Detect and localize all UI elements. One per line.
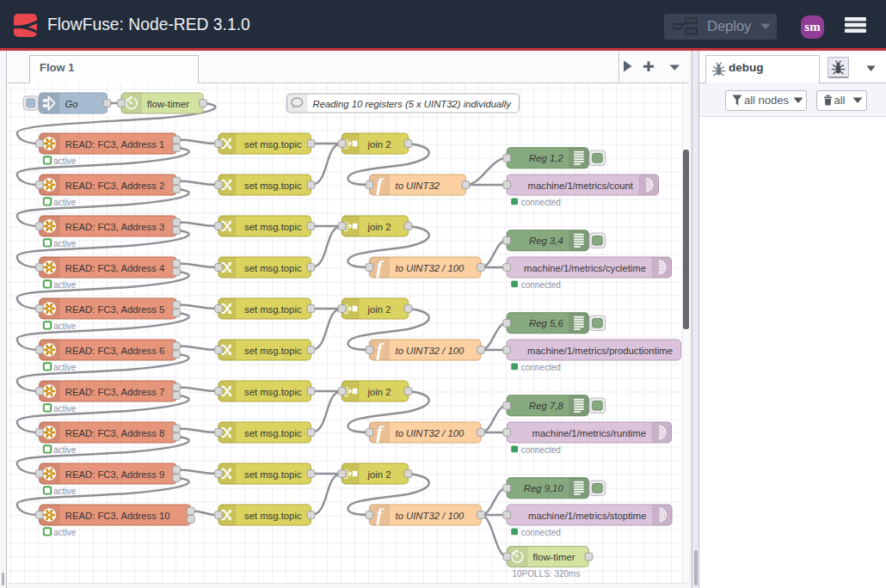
svg-text:join 2: join 2 xyxy=(367,469,391,480)
svg-text:to UINT32 / 100: to UINT32 / 100 xyxy=(396,346,465,356)
svg-text:set msg.topic: set msg.topic xyxy=(244,263,302,273)
svg-text:READ: FC3, Address 3: READ: FC3, Address 3 xyxy=(65,222,165,232)
svg-text:connected: connected xyxy=(521,198,561,207)
svg-text:Go: Go xyxy=(65,99,78,109)
svg-text:connected: connected xyxy=(521,528,561,537)
svg-text:set msg.topic: set msg.topic xyxy=(244,346,302,356)
svg-text:join 2: join 2 xyxy=(367,304,391,315)
svg-text:active: active xyxy=(53,322,77,331)
svg-text:to UINT32 / 100: to UINT32 / 100 xyxy=(396,263,465,273)
svg-text:active: active xyxy=(53,528,77,537)
svg-text:Reading 10 registers (5 x UINT: Reading 10 registers (5 x UINT32) indivi… xyxy=(313,99,513,109)
svg-text:READ: FC3, Address 6: READ: FC3, Address 6 xyxy=(65,346,165,356)
svg-text:set msg.topic: set msg.topic xyxy=(244,428,302,438)
svg-text:to UINT32 / 100: to UINT32 / 100 xyxy=(396,428,465,438)
svg-text:READ: FC3, Address 1: READ: FC3, Address 1 xyxy=(65,139,165,150)
svg-text:active: active xyxy=(53,198,77,207)
svg-text:10POLLS: 320ms: 10POLLS: 320ms xyxy=(513,569,581,579)
svg-text:READ: FC3, Address 4: READ: FC3, Address 4 xyxy=(65,263,165,273)
svg-text:set msg.topic: set msg.topic xyxy=(244,181,302,191)
svg-text:machine/1/metrics/stoptime: machine/1/metrics/stoptime xyxy=(528,511,647,521)
svg-text:Reg 7,8: Reg 7,8 xyxy=(529,401,563,411)
svg-text:machine/1/metrics/productionti: machine/1/metrics/productiontime xyxy=(527,346,673,356)
svg-text:flow-timer: flow-timer xyxy=(147,99,189,109)
svg-text:machine/1/metrics/count: machine/1/metrics/count xyxy=(528,181,634,191)
svg-text:active: active xyxy=(53,239,77,248)
svg-text:join 2: join 2 xyxy=(367,139,391,150)
svg-text:active: active xyxy=(53,404,77,413)
svg-text:set msg.topic: set msg.topic xyxy=(244,139,302,150)
svg-text:join 2: join 2 xyxy=(367,387,391,397)
svg-text:join 2: join 2 xyxy=(367,222,391,232)
svg-text:Reg 5,6: Reg 5,6 xyxy=(529,318,563,328)
svg-text:READ: FC3, Address 5: READ: FC3, Address 5 xyxy=(65,304,165,315)
svg-text:READ: FC3, Address 7: READ: FC3, Address 7 xyxy=(65,387,165,397)
svg-text:Reg 1,2: Reg 1,2 xyxy=(529,153,563,163)
svg-text:set msg.topic: set msg.topic xyxy=(244,304,302,315)
svg-text:set msg.topic: set msg.topic xyxy=(244,511,302,521)
svg-text:to UINT32: to UINT32 xyxy=(396,181,440,191)
svg-text:set msg.topic: set msg.topic xyxy=(244,469,302,480)
svg-text:to UINT32 / 100: to UINT32 / 100 xyxy=(396,511,465,521)
svg-text:active: active xyxy=(53,280,77,290)
svg-text:machine/1/metrics/runtime: machine/1/metrics/runtime xyxy=(532,428,646,438)
svg-text:READ: FC3, Address 8: READ: FC3, Address 8 xyxy=(65,428,165,438)
svg-text:READ: FC3, Address 2: READ: FC3, Address 2 xyxy=(65,181,165,191)
svg-text:Reg 3,4: Reg 3,4 xyxy=(529,236,563,246)
svg-text:active: active xyxy=(53,445,77,455)
svg-text:flow-timer: flow-timer xyxy=(533,552,575,562)
svg-text:active: active xyxy=(53,363,77,372)
svg-text:Reg 9,10: Reg 9,10 xyxy=(524,483,564,493)
svg-text:READ: FC3, Address 9: READ: FC3, Address 9 xyxy=(65,469,165,480)
svg-text:active: active xyxy=(53,487,77,496)
svg-text:connected: connected xyxy=(521,280,561,290)
svg-text:set msg.topic: set msg.topic xyxy=(244,222,302,232)
svg-text:set msg.topic: set msg.topic xyxy=(244,387,302,397)
svg-text:connected: connected xyxy=(521,445,561,455)
svg-text:READ: FC3, Address 10: READ: FC3, Address 10 xyxy=(65,511,170,521)
svg-text:connected: connected xyxy=(521,363,561,372)
svg-text:machine/1/metrics/cycletime: machine/1/metrics/cycletime xyxy=(524,263,646,273)
svg-text:active: active xyxy=(53,156,77,166)
